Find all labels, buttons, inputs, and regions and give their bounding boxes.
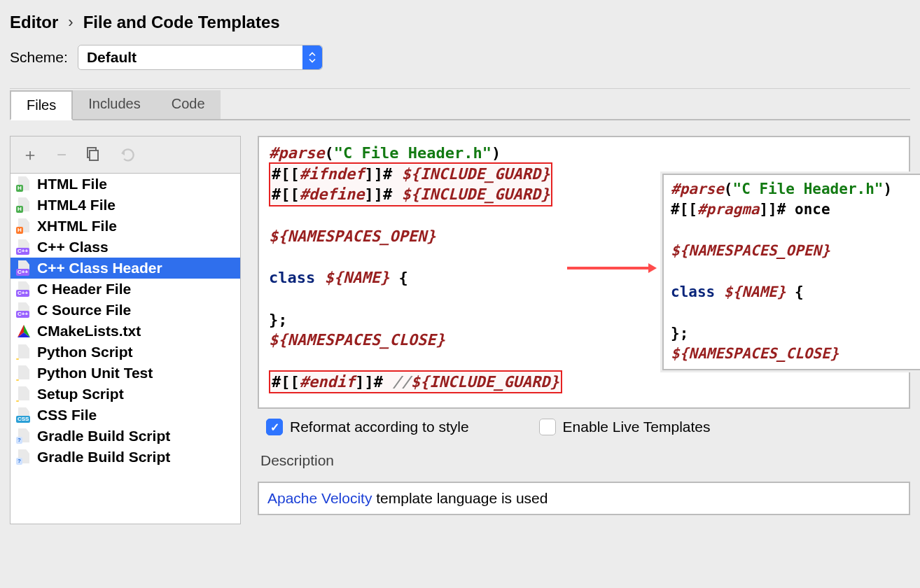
copy-icon[interactable] xyxy=(85,146,100,164)
code-text: ${INCLUDE_GUARD} xyxy=(401,186,550,203)
list-item[interactable]: Python Script xyxy=(11,342,240,363)
tab-code[interactable]: Code xyxy=(156,90,221,119)
code-text: ]]# xyxy=(355,373,392,391)
list-item[interactable]: C++C Source File xyxy=(11,300,240,321)
remove-icon: − xyxy=(57,145,67,164)
code-text: #parse xyxy=(671,181,724,197)
list-item[interactable]: Python Unit Test xyxy=(11,363,240,384)
list-item[interactable]: HHTML File xyxy=(11,174,240,195)
code-text: }; xyxy=(671,325,688,342)
list-item-label: HTML File xyxy=(37,176,107,192)
list-item-label: C Source File xyxy=(37,302,131,318)
breadcrumb-level-2: File and Code Templates xyxy=(83,13,280,32)
list-item-label: Setup Script xyxy=(37,386,124,402)
code-text: #pragma xyxy=(697,201,760,218)
live-templates-label: Enable Live Templates xyxy=(563,419,711,435)
code-text: ( xyxy=(324,144,333,162)
code-text: // xyxy=(392,373,411,391)
content: ＋ − HHTML FileHHTML4 FileHXHTML FileC++C… xyxy=(10,136,910,524)
list-item-label: CMakeLists.txt xyxy=(37,323,141,340)
add-icon[interactable]: ＋ xyxy=(22,144,39,166)
chevron-right-icon: › xyxy=(68,13,73,31)
svg-rect-1 xyxy=(90,150,98,160)
file-icon: H xyxy=(16,176,32,192)
main-panel: #parse("C File Header.h") #[[#ifndef]]# … xyxy=(258,136,910,515)
code-text: ]]# once xyxy=(759,201,830,218)
list-item-label: C++ Class Header xyxy=(37,260,162,276)
code-text: #[[ xyxy=(272,186,300,203)
code-text: { xyxy=(786,284,803,300)
live-templates-checkbox[interactable]: Enable Live Templates xyxy=(539,419,711,435)
code-text: ( xyxy=(724,181,733,197)
file-icon: C++ xyxy=(16,302,32,318)
checkbox-icon xyxy=(539,419,556,435)
code-text: #endif xyxy=(300,373,355,391)
overlay-code: #parse("C File Header.h") #[[#pragma]]# … xyxy=(662,174,920,370)
checkbox-icon xyxy=(266,419,283,435)
code-text: class xyxy=(269,269,324,286)
list-item[interactable]: ?Gradle Build Script xyxy=(11,447,240,468)
code-text: "C File Header.h" xyxy=(334,144,492,162)
reformat-checkbox[interactable]: Reformat according to style xyxy=(266,419,469,435)
tabs: Files Includes Code xyxy=(10,90,910,120)
file-icon xyxy=(16,344,32,360)
code-text: #[[ xyxy=(272,373,300,391)
description-label: Description xyxy=(258,452,910,469)
file-icon: ? xyxy=(16,428,32,444)
code-text: ${INCLUDE_GUARD} xyxy=(401,165,550,183)
code-text: ) xyxy=(492,144,501,162)
code-text: ) xyxy=(883,181,892,197)
file-icon xyxy=(16,365,32,381)
list-item[interactable]: CMakeLists.txt xyxy=(11,321,240,342)
code-text: ]]# xyxy=(364,186,401,203)
list-item-label: Gradle Build Script xyxy=(37,428,170,444)
code-text: ${NAMESPACES_OPEN} xyxy=(269,227,435,245)
list-item[interactable]: HXHTML File xyxy=(11,216,240,237)
list-item[interactable]: C++C++ Class Header xyxy=(11,258,240,279)
code-text: ${NAMESPACES_CLOSE} xyxy=(269,331,445,349)
file-icon: C++ xyxy=(16,281,32,297)
options-row: Reformat according to style Enable Live … xyxy=(258,419,910,435)
file-icon: H xyxy=(16,197,32,213)
list-item[interactable]: Setup Script xyxy=(11,384,240,405)
file-icon xyxy=(16,386,32,402)
list-item[interactable]: C++C Header File xyxy=(11,279,240,300)
list-item-label: C++ Class xyxy=(37,239,109,255)
tab-includes[interactable]: Includes xyxy=(73,90,156,119)
code-text: #[[ xyxy=(272,165,300,183)
code-text: ]]# xyxy=(364,165,401,183)
scheme-select[interactable]: Default xyxy=(78,45,323,70)
highlight-ifndef-define: #[[#ifndef]]# ${INCLUDE_GUARD} #[[#defin… xyxy=(269,162,552,206)
file-icon: ? xyxy=(16,449,32,465)
tab-files[interactable]: Files xyxy=(10,90,73,120)
file-icon: CSS xyxy=(16,407,32,423)
code-text: #define xyxy=(300,186,365,203)
code-text: ${NAME} xyxy=(724,284,786,300)
list-item-label: HTML4 File xyxy=(37,197,116,214)
list-item-label: Gradle Build Script xyxy=(37,449,170,465)
description-box: Apache Velocity template language is use… xyxy=(258,482,910,515)
scheme-label: Scheme: xyxy=(10,49,68,66)
breadcrumb-level-1[interactable]: Editor xyxy=(10,13,58,32)
code-text: #ifndef xyxy=(300,165,365,183)
cmake-icon xyxy=(16,323,32,339)
file-icon: C++ xyxy=(16,239,32,255)
list-item[interactable]: ?Gradle Build Script xyxy=(11,426,240,447)
file-icon: C++ xyxy=(16,260,32,276)
list-item[interactable]: C++C++ Class xyxy=(11,237,240,258)
code-text: }; xyxy=(269,311,288,328)
code-text: ${NAMESPACES_OPEN} xyxy=(671,242,830,259)
template-list[interactable]: HHTML FileHHTML4 FileHXHTML FileC++C++ C… xyxy=(11,174,240,524)
arrow-icon xyxy=(566,262,657,274)
list-item[interactable]: CSSCSS File xyxy=(11,405,240,426)
reformat-label: Reformat according to style xyxy=(290,419,469,435)
breadcrumb: Editor › File and Code Templates xyxy=(0,0,920,42)
divider xyxy=(10,88,910,89)
list-item[interactable]: HHTML4 File xyxy=(11,195,240,216)
scheme-row: Scheme: Default xyxy=(0,42,920,83)
list-item-label: Python Script xyxy=(37,344,133,360)
apache-velocity-link[interactable]: Apache Velocity xyxy=(267,490,372,506)
list-item-label: XHTML File xyxy=(37,218,117,234)
code-text: ${NAMESPACES_CLOSE} xyxy=(671,345,839,362)
highlight-endif: #[[#endif]]# //${INCLUDE_GUARD} xyxy=(269,370,562,394)
